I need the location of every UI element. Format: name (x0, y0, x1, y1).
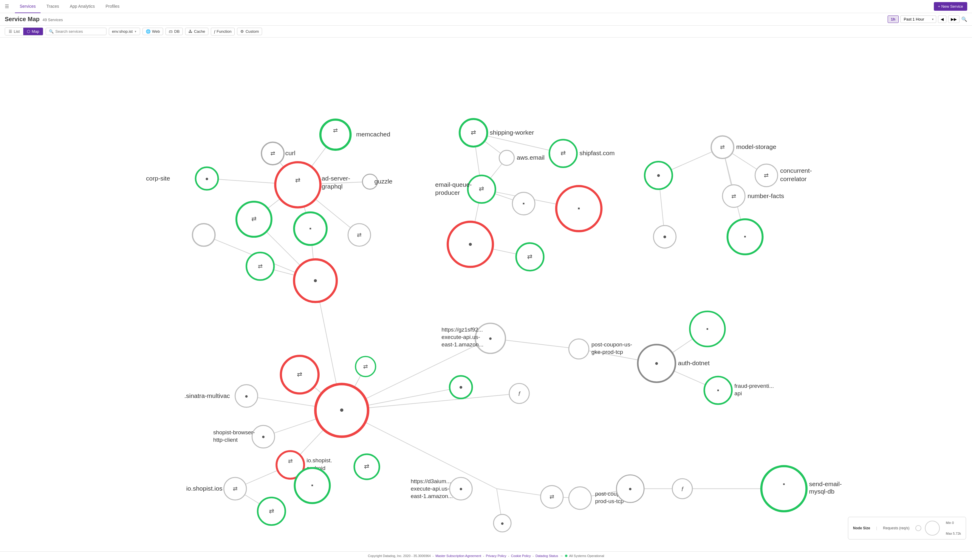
legend-min-circle-wrap (915, 525, 921, 531)
legend-max-circle-wrap (925, 521, 940, 535)
svg-text:⇄: ⇄ (731, 193, 736, 199)
svg-text:gke-prod-tcp: gke-prod-tcp (591, 349, 623, 355)
time-select-wrapper: Past 1 Hour Past 4 Hours Past 1 Day (900, 15, 936, 23)
view-toggle: ☰ List ⬡ Map (5, 27, 43, 35)
nav-tab-traces[interactable]: Traces (42, 0, 64, 13)
function-filter-chip[interactable]: f Function (211, 28, 235, 35)
custom-icon: ⚙ (240, 29, 244, 34)
time-1h-button[interactable]: 1h (888, 15, 898, 23)
footer-link-subscription[interactable]: Master Subscription Agreement (435, 554, 481, 558)
svg-point-170 (761, 466, 806, 511)
svg-text:aws.email: aws.email (517, 154, 544, 161)
cache-filter-chip[interactable]: 🖧 Cache (185, 28, 208, 35)
service-map-area[interactable]: ⇄ memcached ⇄ curl ● corp-site ⇄ ad-serv… (0, 38, 972, 552)
svg-point-66 (192, 224, 215, 246)
svg-text:shipping-worker: shipping-worker (490, 129, 534, 136)
svg-text:guzzle: guzzle (375, 178, 393, 185)
svg-text:▪: ▪ (744, 233, 746, 240)
svg-text:auth-dotnet: auth-dotnet (678, 360, 709, 367)
db-icon: 🗃 (169, 29, 172, 34)
svg-text:●: ● (657, 172, 661, 178)
cache-icon: 🖧 (189, 29, 192, 34)
search-time-button[interactable]: 🔍 (961, 17, 967, 22)
function-icon: f (214, 29, 215, 34)
requests-label: Requests (req/s) (883, 526, 910, 530)
svg-text:⇄: ⇄ (479, 185, 484, 192)
svg-text:●: ● (655, 360, 659, 367)
list-label: List (14, 29, 20, 34)
nav-tab-profiles[interactable]: Profiles (101, 0, 124, 13)
svg-text:⇄: ⇄ (258, 263, 263, 269)
cache-label: Cache (194, 29, 205, 34)
svg-text:shopist-browser-: shopist-browser- (213, 429, 255, 435)
new-service-button[interactable]: + New Service (934, 2, 967, 11)
env-filter-label: env:shop.ist (112, 29, 133, 34)
svg-text:curl: curl (285, 150, 296, 157)
svg-text:io.shopist.ios: io.shopist.ios (186, 485, 223, 492)
nav-tab-app-analytics[interactable]: App Analytics (65, 0, 100, 13)
nav-tab-services[interactable]: Services (15, 0, 40, 13)
svg-text:▪: ▪ (717, 387, 719, 393)
legend-separator: | (876, 526, 877, 530)
footer-link-privacy[interactable]: Privacy Policy (486, 554, 506, 558)
hamburger-icon[interactable]: ☰ (5, 3, 9, 9)
svg-text:https://d3aium...: https://d3aium... (411, 478, 451, 484)
svg-text:concurrent-: concurrent- (780, 167, 812, 174)
svg-text:●: ● (205, 175, 208, 182)
legend-circles (915, 521, 940, 535)
footer-copyright: Copyright Datadog, Inc. 2020 - 35.300696… (368, 554, 431, 558)
web-label: Web (152, 29, 160, 34)
svg-point-56 (275, 162, 320, 207)
status-dot (565, 555, 567, 557)
search-icon: 🔍 (49, 29, 54, 34)
env-filter-chevron-icon: ▼ (134, 30, 137, 33)
legend-min-circle (915, 525, 921, 531)
svg-text:io.shopist.: io.shopist. (306, 457, 332, 463)
toolbar: Service Map 49 Services 1h Past 1 Hour P… (0, 13, 972, 26)
svg-point-76 (499, 150, 514, 165)
env-filter-chip[interactable]: env:shop.ist ▼ (109, 28, 140, 35)
svg-text:⇄: ⇄ (233, 485, 238, 492)
svg-text:memcached: memcached (356, 131, 390, 138)
time-back-button[interactable]: ◀ (938, 15, 946, 23)
page-title: Service Map (5, 16, 40, 23)
list-view-button[interactable]: ☰ List (5, 28, 23, 35)
svg-text:▪: ▪ (311, 482, 313, 488)
svg-text:●: ● (459, 485, 462, 492)
custom-filter-chip[interactable]: ⚙ Custom (237, 28, 262, 35)
svg-text:●: ● (245, 393, 248, 399)
legend-max-label: Max 5.72k (946, 532, 961, 535)
node-size-label: Node Size (853, 526, 870, 530)
svg-text:▪: ▪ (577, 204, 580, 212)
time-range-select[interactable]: Past 1 Hour Past 4 Hours Past 1 Day (900, 15, 936, 23)
svg-text:https://gz1sf92...: https://gz1sf92... (442, 327, 483, 333)
svg-text:●: ● (313, 277, 318, 284)
search-services-input[interactable] (55, 29, 103, 34)
svg-text:api: api (734, 390, 742, 397)
custom-label: Custom (245, 29, 259, 34)
web-filter-chip[interactable]: 🌐 Web (142, 28, 163, 35)
legend-min-label: Min 0 (946, 521, 961, 525)
svg-text:●: ● (468, 240, 472, 248)
service-map-svg: ⇄ memcached ⇄ curl ● corp-site ⇄ ad-serv… (0, 38, 972, 552)
svg-text:●: ● (629, 485, 632, 492)
svg-text:post-coupon-us-: post-coupon-us- (591, 342, 632, 348)
map-view-button[interactable]: ⬡ Map (23, 28, 43, 35)
time-forward-button[interactable]: ▶▶ (948, 15, 959, 23)
db-filter-chip[interactable]: 🗃 DB (166, 28, 183, 35)
legend-max-circle (925, 521, 940, 535)
svg-point-114 (569, 339, 589, 359)
svg-text:mysql-db: mysql-db (809, 488, 834, 495)
legend: Node Size | Requests (req/s) Min 0 Max 5… (848, 517, 966, 540)
svg-text:execute-api.us-: execute-api.us- (411, 485, 449, 492)
svg-text:send-email-: send-email- (809, 480, 842, 487)
svg-text:⇄: ⇄ (549, 493, 554, 500)
footer-link-status[interactable]: Datadog Status (535, 554, 558, 558)
svg-text:.sinatra-multivac: .sinatra-multivac (184, 392, 230, 399)
footer-link-cookie[interactable]: Cookie Policy (511, 554, 531, 558)
svg-text:⇄: ⇄ (363, 363, 368, 370)
svg-text:producer: producer (435, 189, 460, 196)
svg-text:⇄: ⇄ (333, 127, 338, 133)
svg-text:●: ● (500, 520, 504, 526)
svg-text:⇄: ⇄ (288, 458, 293, 464)
